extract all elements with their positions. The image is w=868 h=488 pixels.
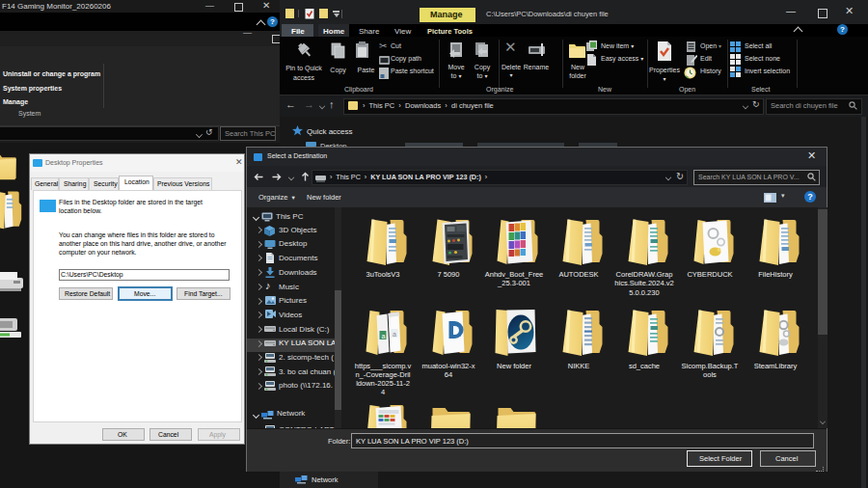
svg-text:a: a [382,333,386,339]
svg-text:a: a [393,331,396,338]
